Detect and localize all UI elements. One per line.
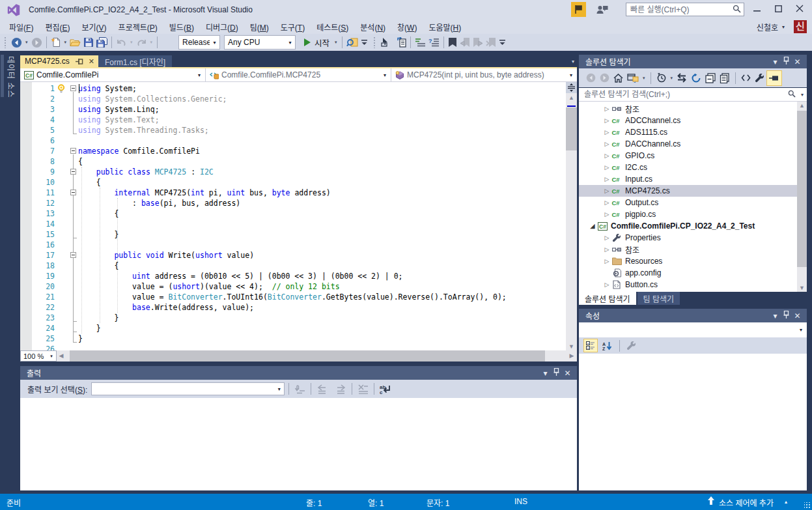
tree-item-pigpio.cs[interactable]: ▷C#pigpio.cs [579,208,797,220]
horizontal-scroll-thumb[interactable] [70,350,545,361]
tree-item-ADCChannel.cs[interactable]: ▷C#ADCChannel.cs [579,115,797,126]
scroll-up-arrow-icon[interactable]: ▲ [797,102,807,109]
window-position-caret-icon[interactable]: ▾ [540,369,551,378]
code-line-text[interactable]: using System.Collections.Generic; [78,94,227,104]
code-line-text[interactable]: } [78,323,101,333]
code-line-text[interactable]: { [78,208,119,219]
code-editor[interactable]: 1using System;2using System.Collections.… [20,82,577,350]
collapse-all-button[interactable] [703,70,718,86]
tab-solution-explorer[interactable]: 솔루션 탐색기 [579,292,636,305]
solution-configuration-combobox[interactable]: Release ▾ [178,35,220,50]
expand-arrow-icon[interactable]: ▷ [602,141,611,147]
code-line-text[interactable]: internal MCP4725(int pi, uint bus, byte … [78,188,331,198]
sync-with-active-document-button[interactable] [675,70,689,86]
toolbar-overflow-button[interactable] [359,35,369,50]
member-dropdown[interactable]: MCP4725(int pi, uint bus, byte address) … [391,68,577,81]
menu-디버그D[interactable]: 디버그(D) [200,20,244,35]
collapse-region-box[interactable] [70,148,76,154]
toolbar-grip[interactable] [4,36,7,48]
code-line-text[interactable]: using System.Linq; [78,104,160,115]
navigate-backward-button[interactable] [10,35,23,50]
search-options-caret-icon[interactable]: ▾ [798,92,807,98]
code-line-text[interactable]: { [78,156,83,167]
tree-item-app.config[interactable]: app.config [579,267,797,279]
back-button[interactable] [584,70,598,86]
expand-arrow-icon[interactable]: ▷ [602,235,611,241]
pin-icon[interactable] [551,368,562,378]
preview-selected-items-button[interactable] [766,70,782,86]
scroll-up-arrow-icon[interactable]: ▲ [566,94,577,101]
bookmark-previous-button[interactable] [458,35,471,50]
navigate-forward-button[interactable] [30,35,44,50]
bookmark-toggle-button[interactable] [447,35,458,50]
expand-arrow-icon[interactable]: ▷ [602,153,611,159]
refresh-button[interactable] [689,70,703,86]
code-line-text[interactable]: using System.Threading.Tasks; [78,125,209,135]
previous-message-button[interactable] [315,382,329,396]
start-debugging-button[interactable]: 시작 [302,35,333,50]
pending-changes-filter-button[interactable] [654,70,669,86]
code-line-text[interactable]: public class MCP4725 : I2C [78,167,214,177]
vertical-scroll-thumb[interactable] [797,111,807,267]
menu-빌드B[interactable]: 빌드(B) [163,20,200,35]
document-tab-mcp4725[interactable]: MCP4725.cs ✕ [20,55,98,67]
splitter-handle-icon[interactable] [566,82,577,93]
navigate-backward-caret-icon[interactable]: ▾ [23,40,30,45]
expand-arrow-icon[interactable]: ▷ [602,188,611,194]
bookmark-next-button[interactable] [471,35,484,50]
code-line-text[interactable]: : base(pi, bus, address) [78,198,240,208]
open-file-button[interactable] [68,35,82,50]
scroll-left-arrow-icon[interactable]: ◀ [57,350,66,361]
code-line-text[interactable]: } [78,313,119,323]
source-control-caret-icon[interactable]: ▴ [785,499,787,505]
undo-button[interactable] [115,35,128,50]
new-file-button[interactable] [49,35,63,50]
toolbar-grip[interactable] [373,36,376,48]
code-line-text[interactable]: public void Write(ushort value) [78,250,254,261]
code-line-text[interactable]: value = BitConverter.ToUInt16(BitConvert… [78,292,507,302]
scroll-down-arrow-icon[interactable]: ▼ [797,285,807,291]
scroll-down-arrow-icon[interactable]: ▼ [566,343,577,350]
expand-arrow-icon[interactable]: ▷ [602,106,611,112]
word-wrap-button[interactable]: abc [378,382,393,396]
start-debugging-caret-icon[interactable]: ▾ [333,40,339,45]
minimize-button[interactable] [747,0,766,17]
pin-icon[interactable] [781,311,792,320]
code-line-text[interactable]: uint address = (0b010 << 5) | (0b00 << 3… [78,271,403,281]
line-indent-button[interactable] [413,35,427,50]
alphabetical-sort-button[interactable]: AZ [600,339,614,352]
tree-item-Button.cs[interactable]: ▷Button.cs [579,279,797,290]
project-dropdown[interactable]: C# Comfile.ComfilePi ▾ [20,68,206,81]
filter-caret-icon[interactable]: ▾ [669,76,675,81]
goto-message-source-button[interactable] [293,382,307,396]
collapse-region-box[interactable] [70,169,76,175]
member-list-button[interactable] [379,35,393,50]
collapse-region-box[interactable] [70,252,76,258]
property-pages-button[interactable] [624,339,638,352]
close-icon[interactable]: ✕ [792,57,803,66]
scope-view-button[interactable] [625,70,641,86]
window-position-caret-icon[interactable]: ▾ [770,57,781,66]
view-code-button[interactable] [739,70,753,86]
solution-explorer-scrollbar[interactable]: ▲ ▼ [797,102,807,292]
solution-explorer-search-input[interactable] [579,90,786,99]
properties-button[interactable] [753,70,766,86]
collapse-region-box[interactable] [70,190,76,195]
quick-launch-input[interactable] [626,5,729,14]
tree-item-DACChannel.cs[interactable]: ▷C#DACChannel.cs [579,138,797,150]
pin-icon[interactable] [781,57,792,66]
menu-팀M[interactable]: 팀(M) [244,20,275,35]
tree-item-Properties[interactable]: ▷Properties [579,232,797,244]
save-all-button[interactable] [95,35,109,50]
tree-item-Resources[interactable]: ▷Resources [579,255,797,267]
code-line-text[interactable]: using System.Text; [78,115,160,125]
menu-테스트S[interactable]: 테스트(S) [311,20,354,35]
show-all-files-button[interactable] [718,70,732,86]
menu-분석N[interactable]: 분석(N) [354,20,391,35]
collapse-arrow-icon[interactable]: ◢ [588,223,597,229]
output-title-bar[interactable]: 출력 ▾ ✕ [20,366,577,380]
object-combobox[interactable]: ▾ [579,322,807,337]
tree-item-Output.cs[interactable]: ▷C#Output.cs [579,197,797,208]
window-position-caret-icon[interactable]: ▾ [770,311,781,320]
save-button[interactable] [82,35,95,50]
